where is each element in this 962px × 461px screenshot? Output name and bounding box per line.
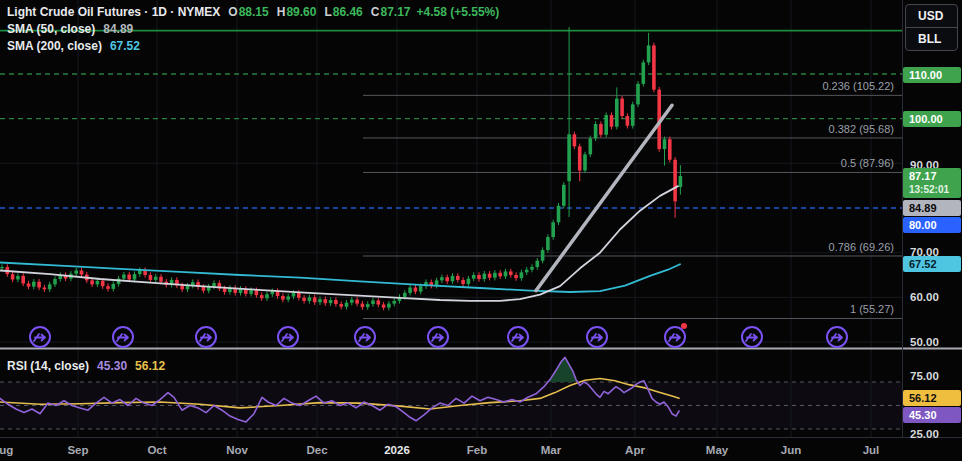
last-price-badge: 87.17 13:52:01 (903, 168, 961, 198)
sma200-legend-row[interactable]: SMA (200, close)67.52 (7, 39, 140, 53)
currency-button[interactable]: USD (906, 5, 957, 27)
rsi-legend-row[interactable]: RSI (14, close)45.3056.12 (7, 359, 165, 373)
price-tick-60: 60.00 (910, 291, 939, 303)
fib-label-05: 0.5 (87.96) (841, 157, 894, 169)
alert-badge-110[interactable]: 110.00 (903, 67, 961, 83)
alert-badge-100[interactable]: 100.00 (903, 111, 961, 127)
unit-button[interactable]: BLL (906, 27, 957, 50)
time-tick-aug: Aug (0, 444, 13, 456)
contract-rollover-icon[interactable] (506, 325, 530, 349)
sma200-value: 67.52 (110, 39, 140, 53)
rsi-value-badge: 45.30 (903, 407, 961, 423)
open-value: 88.15 (239, 5, 269, 19)
low-label: L (324, 5, 331, 19)
high-value: 89.60 (286, 5, 316, 19)
time-tick-jul: Jul (863, 444, 880, 456)
time-tick-nov: Nov (226, 444, 248, 456)
contract-rollover-icon[interactable] (194, 325, 218, 349)
sma50-price-badge: 84.89 (903, 200, 961, 216)
contract-rollover-icon[interactable] (585, 325, 609, 349)
symbol-title: Light Crude Oil Futures · 1D · NYMEX (7, 5, 220, 19)
last-price-value: 87.17 (909, 170, 961, 183)
price-tick-50: 50.00 (910, 336, 939, 348)
rsi-ma-value: 56.12 (135, 359, 165, 373)
chart-window: Light Crude Oil Futures · 1D · NYMEXO88.… (0, 0, 962, 461)
rsi-label: RSI (14, close) (7, 359, 89, 373)
low-value: 86.46 (333, 5, 363, 19)
sma200-label: SMA (200, close) (7, 39, 102, 53)
sma50-value: 84.89 (103, 22, 133, 36)
rsi-tick-75: 75.00 (910, 370, 939, 382)
contract-rollover-icon[interactable] (28, 325, 52, 349)
fib-label-1: 1 (55.27) (850, 303, 894, 315)
chart-canvas[interactable] (0, 0, 962, 461)
contract-rollover-icon[interactable] (426, 325, 450, 349)
alert-notification-dot (681, 323, 687, 329)
time-tick-mar: Mar (541, 444, 561, 456)
fib-label-0786: 0.786 (69.26) (829, 241, 894, 253)
bar-countdown: 13:52:01 (909, 183, 961, 196)
sma200-price-badge: 67.52 (903, 256, 961, 272)
contract-rollover-icon[interactable] (740, 325, 764, 349)
time-tick-sep: Sep (67, 444, 88, 456)
time-tick-jun: Jun (781, 444, 801, 456)
close-label: C (371, 5, 380, 19)
change-value: +4.58 (+5.55%) (417, 5, 500, 19)
rsi-value: 45.30 (97, 359, 127, 373)
time-tick-oct: Oct (147, 444, 166, 456)
contract-rollover-icon[interactable] (276, 325, 300, 349)
time-tick-feb: Feb (467, 444, 487, 456)
contract-rollover-icon[interactable] (825, 325, 849, 349)
symbol-legend-row[interactable]: Light Crude Oil Futures · 1D · NYMEXO88.… (7, 5, 499, 19)
close-value: 87.17 (380, 5, 410, 19)
sma50-label: SMA (50, close) (7, 22, 95, 36)
contract-rollover-icon[interactable] (111, 325, 135, 349)
rsi-ma-badge: 56.12 (903, 390, 961, 406)
sma50-legend-row[interactable]: SMA (50, close)84.89 (7, 22, 133, 36)
time-tick-apr: Apr (625, 444, 645, 456)
time-tick-dec: Dec (306, 444, 327, 456)
time-tick-may: May (706, 444, 728, 456)
high-label: H (277, 5, 286, 19)
alert-badge-80[interactable]: 80.00 (903, 217, 961, 233)
axis-unit-switcher: USD BLL (905, 4, 958, 51)
open-label: O (228, 5, 237, 19)
rsi-tick-25: 25.00 (910, 428, 939, 440)
time-tick-2026: 2026 (384, 444, 410, 456)
fib-label-0236: 0.236 (105.22) (822, 80, 894, 92)
contract-rollover-icon[interactable] (353, 325, 377, 349)
fib-label-0382: 0.382 (95.68) (829, 123, 894, 135)
